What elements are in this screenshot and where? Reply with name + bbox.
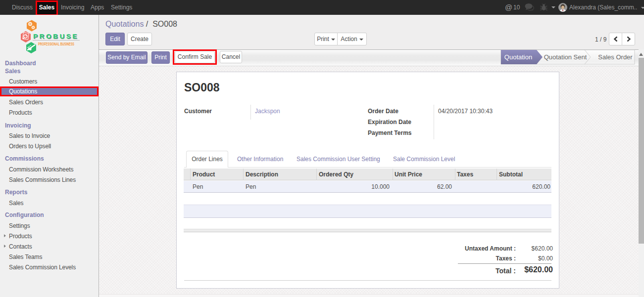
svg-text:PROBUSE: PROBUSE [33,33,79,40]
svg-text:Quotation Sent: Quotation Sent [544,53,587,61]
svg-text:PROFESSIONAL BUSINESS: PROFESSIONAL BUSINESS [38,42,74,46]
svg-text:Sales Order: Sales Order [598,53,633,61]
svg-text:Quotation: Quotation [504,53,532,61]
